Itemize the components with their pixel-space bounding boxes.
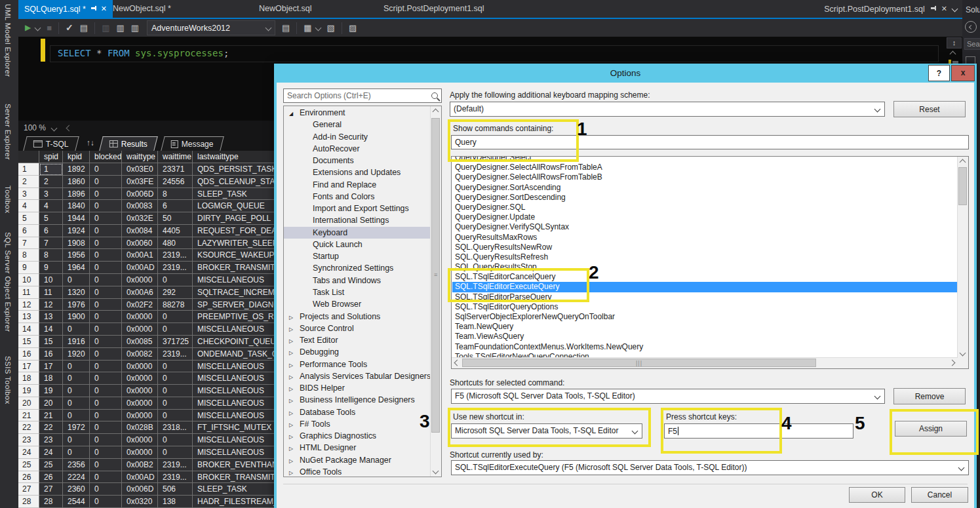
grid-cell[interactable]: 0x02F2 — [122, 299, 158, 311]
grid-cell[interactable]: 0 — [90, 348, 122, 361]
command-item-team-viewasquery[interactable]: Team.ViewAsQuery — [452, 332, 957, 342]
tree-item-bids-helper[interactable]: ▷BIDS Helper — [284, 382, 431, 394]
row-number[interactable]: 14 — [18, 323, 39, 336]
grid-cell[interactable]: MISCELLANEOUS — [193, 274, 278, 286]
command-item-team-newquery[interactable]: Team.NewQuery — [452, 322, 957, 332]
solution-search-input[interactable]: Sear — [964, 38, 980, 50]
stop-button[interactable]: ■ — [47, 24, 52, 32]
row-number[interactable]: 16 — [18, 348, 39, 361]
row-number[interactable]: 6 — [18, 225, 39, 237]
grid-cell[interactable]: 2544 — [63, 496, 90, 508]
grid-cell[interactable]: 0 — [90, 176, 122, 188]
grid-cell[interactable]: 0 — [90, 323, 122, 336]
back-button[interactable] — [965, 21, 977, 33]
connect-icon[interactable]: ▥ — [116, 24, 124, 32]
tree-item-text-editor[interactable]: ▷Text Editor — [284, 334, 431, 346]
row-number[interactable]: 1 — [18, 163, 39, 176]
grid-cell[interactable]: 0 — [158, 323, 193, 336]
row-number[interactable]: 26 — [18, 471, 39, 484]
row-number[interactable]: 20 — [18, 397, 39, 410]
command-item-querydesigner-sortascending[interactable]: QueryDesigner.SortAscending — [452, 183, 957, 193]
grid-cell[interactable]: 0 — [90, 200, 122, 212]
grid-column-blocked[interactable]: blocked — [90, 151, 122, 163]
grid-cell[interactable]: ONDEMAND_TASK_QU — [193, 348, 278, 361]
command-item-sql-queryresultsrefresh[interactable]: SQL.QueryResultsRefresh — [452, 252, 957, 262]
grid-cell[interactable]: 8 — [39, 249, 63, 262]
tree-item-projects-and-solutions[interactable]: ▷Projects and Solutions — [284, 311, 431, 322]
grid-cell[interactable]: CHECKPOINT_QUEUE — [193, 336, 278, 348]
grid-cell[interactable]: 0x03E0 — [122, 163, 158, 176]
query-plan-icon[interactable]: ▧ — [327, 24, 335, 32]
grid-cell[interactable]: 2319... — [158, 459, 193, 471]
press-shortcut-keys-input[interactable]: F5 — [664, 423, 853, 439]
grid-cell[interactable]: 25 — [39, 459, 63, 471]
grid-cell[interactable]: 14 — [39, 323, 63, 336]
command-item-queryresultsmaxrows[interactable]: QueryResultsMaxRows — [452, 233, 957, 243]
command-item-sql-tsqleditorexecutequery[interactable]: SQL.TSqlEditorExecuteQuery — [452, 282, 957, 292]
change-connection-icon[interactable]: ▥ — [131, 24, 139, 32]
command-item-sql-tsqleditorparsequery[interactable]: SQL.TSqlEditorParseQuery — [452, 292, 957, 302]
tree-item-keyboard[interactable]: Keyboard — [284, 227, 431, 239]
grid-cell[interactable]: 0 — [158, 446, 193, 459]
tree-item-database-tools[interactable]: ▷Database Tools — [284, 406, 431, 418]
tree-item-f-tools[interactable]: ▷F# Tools — [284, 418, 431, 430]
grid-cell[interactable]: 0x03FE — [122, 176, 158, 188]
grid-column-waittime[interactable]: waittime — [158, 151, 193, 163]
tree-item-performance-tools[interactable]: ▷Performance Tools — [284, 359, 431, 370]
execute-dropdown-icon[interactable] — [35, 25, 41, 31]
grid-cell[interactable]: 2 — [39, 176, 63, 188]
grid-cell[interactable]: 1896 — [63, 188, 90, 201]
grid-cell[interactable]: 0 — [63, 434, 90, 446]
disconnect-icon[interactable]: ▥ — [102, 24, 109, 32]
grid-cell[interactable]: BROKER_TRANSMITTI — [193, 262, 278, 274]
tree-item-web-browser[interactable]: Web Browser — [284, 298, 431, 310]
tree-item-analysis-services-tabular-designers[interactable]: ▷Analysis Services Tabular Designers — [284, 370, 431, 382]
script-icon[interactable]: ▤ — [80, 24, 88, 32]
grid-cell[interactable]: 0x00AD — [122, 262, 158, 274]
grid-cell[interactable]: 0 — [90, 212, 122, 225]
grid-cell[interactable]: 0 — [90, 372, 122, 385]
sidebar-tab-sql-server-object-explorer[interactable]: SQL Server Object Explorer — [4, 232, 12, 332]
grid-cell[interactable]: MISCELLANEOUS — [193, 434, 278, 446]
grid-cell[interactable]: 0 — [63, 446, 90, 459]
close-icon[interactable]: ✕ — [101, 5, 107, 12]
grid-cell[interactable]: 0 — [90, 237, 122, 250]
grid-cell[interactable]: 24 — [39, 446, 63, 459]
command-item-sql-tsqleditorcancelquery[interactable]: SQL.TSqlEditorCancelQuery — [452, 272, 957, 282]
scroll-left-icon[interactable] — [454, 360, 461, 366]
tab-postdeployment-right[interactable]: Script.PostDeployment1.sql ✕ — [824, 0, 957, 18]
tab-results[interactable]: Results — [99, 136, 158, 151]
grid-column-waittype[interactable]: waittype — [122, 151, 158, 163]
grid-cell[interactable]: MISCELLANEOUS — [193, 446, 278, 459]
grid-cell[interactable]: 1900 — [63, 311, 90, 323]
grid-cell[interactable]: 0x006D — [122, 188, 158, 201]
grid-cell[interactable]: QDS_CLEANUP_STALE — [193, 176, 278, 188]
grid-cell[interactable]: 0 — [63, 274, 90, 286]
tab-tsql[interactable]: T-SQL — [23, 136, 79, 151]
grid-cell[interactable]: 19 — [39, 385, 63, 397]
row-number[interactable]: 25 — [18, 459, 39, 471]
command-item-querydesigner-verifysqlsyntax[interactable]: QueryDesigner.VerifySQLSyntax — [452, 222, 957, 232]
row-number[interactable]: 5 — [18, 212, 39, 225]
tree-item-extensions-and-updates[interactable]: Extensions and Updates — [284, 166, 431, 178]
grid-cell[interactable]: 0 — [158, 410, 193, 422]
tree-item-autorecover[interactable]: AutoRecover — [284, 143, 431, 155]
grid-cell[interactable]: 138 — [158, 496, 193, 508]
grid-cell[interactable]: 0 — [90, 299, 122, 311]
grid-cell[interactable]: 0 — [90, 483, 122, 496]
grid-cell[interactable]: 24556 — [158, 176, 193, 188]
grid-cell[interactable]: LOGMGR_QUEUE — [193, 200, 278, 212]
grid-cell[interactable]: 506 — [158, 483, 193, 496]
options-search-input[interactable]: Search Options (Ctrl+E) — [283, 88, 442, 103]
row-number[interactable]: 12 — [18, 299, 39, 311]
grid-cell[interactable]: 0 — [90, 262, 122, 274]
grid-cell[interactable]: 0 — [90, 274, 122, 286]
sidebar-tab-toolbox[interactable]: Toolbox — [4, 186, 12, 213]
row-number[interactable]: 7 — [18, 237, 39, 250]
grid-cell[interactable]: 0x0000 — [122, 274, 158, 286]
grid-cell[interactable]: 0 — [158, 372, 193, 385]
grid-cell[interactable]: 0 — [63, 323, 90, 336]
row-number[interactable]: 9 — [18, 262, 39, 274]
grid-cell[interactable]: 0 — [90, 471, 122, 484]
scroll-down-icon[interactable] — [960, 350, 966, 357]
